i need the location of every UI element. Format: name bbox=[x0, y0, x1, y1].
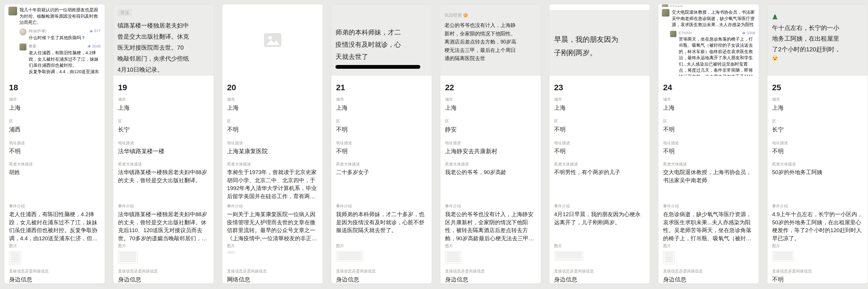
avatar bbox=[670, 31, 676, 37]
record-number: 20 bbox=[227, 83, 318, 97]
redaction-bar bbox=[336, 65, 420, 69]
field-value-deceased: 不明男性，有个两岁的儿子 bbox=[554, 168, 645, 176]
record-card[interactable]: 午十点左右，长宁的一小地务工阿姨，在出租屋里了2个小时的120赶到时， 25 城… bbox=[767, 4, 868, 284]
field-label-event: 事件介绍 bbox=[118, 204, 209, 209]
image-thumbnail[interactable] bbox=[118, 251, 138, 264]
field-value-direct: 不明 bbox=[772, 275, 863, 284]
field-value-address: 不明 bbox=[336, 147, 427, 155]
field-direct: 直接信息还是间接信息 身边信息 bbox=[663, 269, 754, 284]
field-value-address: 不明 bbox=[663, 147, 754, 155]
image-thumbnail[interactable] bbox=[336, 251, 363, 261]
screenshot-text-line: 天就去世了 bbox=[336, 51, 428, 63]
field-label-event: 事件介绍 bbox=[445, 204, 536, 209]
field-label-deceased: 死者大体描述 bbox=[227, 162, 318, 167]
field-label-city: 城市 bbox=[227, 97, 318, 102]
field-value-event: 我老公的爷爷也没有计入，上海静安区共康新村，全家阴的情况下他阳性，被转去隔离酒店… bbox=[445, 210, 536, 242]
image-placeholder-icon bbox=[264, 33, 281, 47]
field-image: 图片 bbox=[772, 244, 863, 269]
field-label-image: 图片 bbox=[9, 244, 100, 248]
cover-screenshot: 置顶镇路某楼一楼独居老夫妇中曾是交大出版社翻译。休克医无对接医院而去世。70晚敲… bbox=[113, 4, 214, 76]
field-deceased: 死者大体描述 不明男性，有个两岁的儿子 bbox=[554, 162, 645, 204]
field-city: 城市 上海 bbox=[336, 97, 427, 119]
record-card[interactable]: 师弟的本科师妹，才二疫情没有及时就诊，心天就去世了 21 城市 上海 区 不明 … bbox=[331, 4, 432, 284]
record-card[interactable]: ETHAN交大电院退休教授，上海书协会员，书法家吴中南老师在急诊病逝，缺少氧气等… bbox=[658, 4, 759, 284]
like-count: 3506 bbox=[88, 44, 100, 48]
field-value-deceased: 法华镇路某楼一楼独居老夫妇中88岁的丈夫，曾经是交大出版社翻译。 bbox=[118, 168, 209, 184]
record-card[interactable]: 早晨，我的朋友因为子刚刚两岁。 23 城市 上海 区 不明 地址描述 不明 死者… bbox=[549, 4, 650, 284]
like-count: 977 bbox=[90, 29, 100, 33]
record-number: 19 bbox=[118, 83, 209, 97]
image-thumbnail[interactable] bbox=[663, 251, 675, 264]
field-label-city: 城市 bbox=[336, 97, 427, 102]
field-district: 区 浦西 bbox=[9, 119, 100, 141]
field-value-deceased: 胡姓 bbox=[9, 168, 100, 176]
screenshot-text-line: 通的隔离医院去世 bbox=[444, 54, 537, 63]
commenter-name: ETHAN bbox=[679, 31, 691, 35]
image-thumbnail[interactable] bbox=[9, 251, 21, 265]
field-city: 城市 上海 bbox=[227, 97, 318, 119]
cover-screenshot: 师弟的本科师妹，才二疫情没有及时就诊，心天就去世了 bbox=[331, 4, 432, 76]
field-city: 城市 上海 bbox=[772, 97, 863, 119]
record-card[interactable]: 置顶镇路某楼一楼独居老夫妇中曾是交大出版社翻译。休克医无对接医院而去世。70晚敲… bbox=[113, 4, 214, 284]
screenshot-text-line: 师弟的本科师妹，才二 bbox=[336, 26, 428, 39]
field-label-district: 区 bbox=[663, 119, 754, 123]
field-image: 图片 bbox=[663, 244, 754, 269]
field-label-direct: 直接信息还是间接信息 bbox=[336, 269, 427, 274]
field-value-deceased: 李昶生于1973年，曾就读于北京史家胡同小学、北京二中、北京四中，于1992年考… bbox=[227, 168, 318, 200]
field-value-district: 不明 bbox=[227, 125, 318, 134]
field-value-city: 上海 bbox=[227, 104, 318, 112]
field-event: 事件介绍 4.9上午十点左右，长宁的一小区内，50岁的外地务工阿姨，在出租屋里心… bbox=[772, 204, 863, 244]
field-label-event: 事件介绍 bbox=[772, 204, 863, 209]
field-direct: 直接信息还是间接信息 身边信息 bbox=[336, 269, 427, 284]
field-deceased: 死者大体描述 胡姓 bbox=[9, 162, 100, 204]
image-thumbnail[interactable] bbox=[554, 251, 583, 261]
cover-screenshot: 鼠甜橙酱老公的爷爷也没有计入，上海静新村，全家阴的情况下他阳性。离酒店后差点转去… bbox=[440, 4, 541, 76]
comment-text: 老人住浦西，有陈旧性脑梗，4.2摔跤，女儿被封在浦东过不了江，妹妹们虽住浦西但也… bbox=[29, 49, 100, 76]
field-address: 地址描述 不明 bbox=[336, 141, 427, 162]
field-direct: 直接信息还是间接信息 不明 bbox=[772, 269, 863, 284]
screenshot-text-line: 新村，全家阴的情况下他阳性。 bbox=[444, 30, 537, 38]
commenter-name: 柿油(作者) bbox=[29, 29, 46, 34]
record-cover-image: 置顶镇路某楼一楼独居老夫妇中曾是交大出版社翻译。休克医无对接医院而去世。70晚敲… bbox=[113, 4, 214, 76]
field-address: 地址描述 法华镇路某楼一楼 bbox=[118, 141, 209, 162]
field-value-event: 一则关于上海某康复医院一位病人因疫情管理无人护理而去世的文章在微信群里流转。最早… bbox=[227, 210, 318, 242]
field-value-event: 老人住浦西，有陈旧性脑梗，4.2摔跤，女儿被封在浦东过不了江，妹妹们虽住浦西但也… bbox=[9, 210, 100, 242]
field-event: 事件介绍 4月12日早晨，我的朋友因为心梗永远离开了，儿子刚刚两岁。 bbox=[554, 204, 645, 244]
field-direct: 直接信息还是间接信息 身边信息 bbox=[9, 269, 100, 284]
field-address: 地址描述 不明 bbox=[772, 141, 863, 162]
field-label-deceased: 死者大体描述 bbox=[336, 162, 427, 167]
commenter-name: 敏宴 bbox=[29, 43, 36, 49]
field-label-address: 地址描述 bbox=[227, 141, 318, 145]
screenshot-text-line: 了2个小时的120赶到时， bbox=[772, 44, 863, 55]
record-card[interactable]: 鼠甜橙酱老公的爷爷也没有计入，上海静新村，全家阴的情况下他阳性。离酒店后差点转去… bbox=[440, 4, 541, 284]
field-city: 城市 上海 bbox=[663, 97, 754, 119]
field-value-district: 不明 bbox=[554, 125, 645, 134]
record-card[interactable]: 20 城市 上海 区 不明 地址描述 上海某康复医院 死者大体描述 李昶生于19… bbox=[222, 4, 323, 284]
field-image: 图片 bbox=[118, 244, 209, 269]
field-value-district: 不明 bbox=[336, 125, 427, 134]
image-thumbnail[interactable] bbox=[227, 251, 235, 254]
record-body: 22 城市 上海 区 静安 地址描述 上海静安去共康新村 死者大体描述 我老公的… bbox=[440, 76, 541, 284]
record-body: 24 城市 上海 区 不明 地址描述 不明 死者大体描述 交大电院退休教授，上海… bbox=[658, 76, 759, 284]
image-thumbnail[interactable] bbox=[445, 251, 461, 264]
field-label-direct: 直接信息还是间接信息 bbox=[663, 269, 754, 274]
field-value-direct: 身边信息 bbox=[445, 275, 536, 284]
field-label-image: 图片 bbox=[554, 244, 645, 248]
field-value-city: 上海 bbox=[118, 104, 209, 112]
record-card[interactable]: 我几十年前就认识的一位胡姓朋友也是因为封控、核酸检测等原因没有得到及时救治而死亡… bbox=[4, 4, 105, 284]
pinned-badge: 置顶 bbox=[118, 9, 132, 16]
image-thumbnail[interactable] bbox=[772, 251, 794, 261]
comment-row: 交大电院退休教授，上海书协会员，书法家吴中南老师在急诊病逝，缺少氧气等医疗资源，… bbox=[662, 9, 755, 28]
screenshot-text-line: 梗无法去三甲，最后在上个周日 bbox=[444, 46, 537, 55]
field-value-direct: 网络信息 bbox=[227, 275, 318, 284]
field-direct: 直接信息还是间接信息 身边信息 bbox=[554, 269, 645, 284]
tree-emoji bbox=[772, 14, 778, 21]
field-value-address: 不明 bbox=[554, 147, 645, 155]
field-label-event: 事件介绍 bbox=[554, 204, 645, 209]
comment-row: ETHAN1008苦等两天，坐在急诊角落的椅子上，打吊瓶、吸氧气（被封控的子女设… bbox=[670, 31, 755, 76]
field-label-city: 城市 bbox=[554, 97, 645, 102]
cover-screenshot: 午十点左右，长宁的一小地务工阿姨，在出租屋里了2个小时的120赶到时， bbox=[768, 4, 868, 76]
field-address: 地址描述 不明 bbox=[554, 141, 645, 162]
avatar bbox=[20, 43, 27, 50]
field-image: 图片 bbox=[445, 244, 536, 269]
